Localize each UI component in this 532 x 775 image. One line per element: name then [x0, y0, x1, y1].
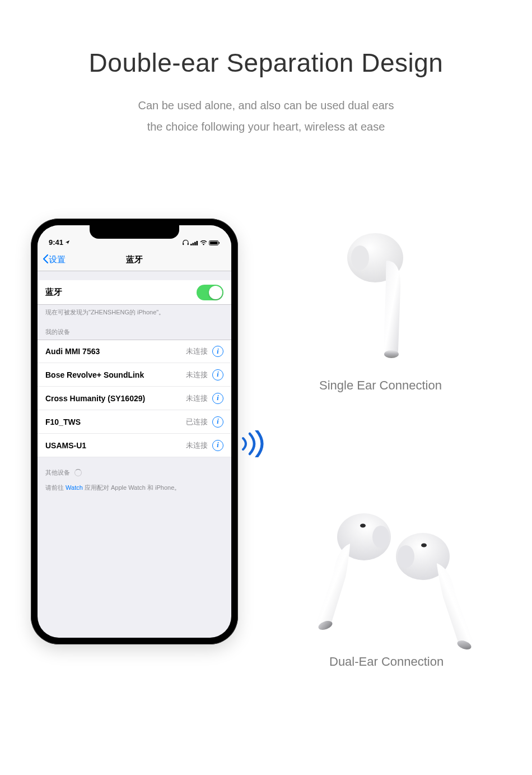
svg-point-14: [372, 526, 389, 548]
bluetooth-master-row[interactable]: 蓝牙: [38, 280, 231, 305]
hero-title: Double-ear Separation Design: [0, 48, 532, 78]
svg-rect-2: [190, 244, 192, 245]
chevron-left-icon: [42, 254, 49, 266]
device-status: 未连接: [186, 346, 208, 356]
info-icon[interactable]: i: [212, 346, 223, 357]
device-status: 未连接: [186, 370, 208, 380]
cellular-icon: [190, 240, 198, 247]
device-name: Cross Humanity (SY16029): [45, 394, 145, 403]
svg-rect-5: [197, 241, 198, 245]
svg-rect-9: [219, 242, 220, 244]
svg-point-19: [421, 544, 427, 547]
device-list: Audi MMI 7563未连接iBose Revolve+ SoundLink…: [38, 340, 231, 457]
nav-bar: 设置 蓝牙: [38, 249, 231, 271]
dual-earbud-right-illustration: [389, 530, 484, 661]
svg-rect-8: [210, 241, 218, 244]
phone-notch: [90, 225, 179, 239]
device-row[interactable]: Cross Humanity (SY16029)未连接i: [38, 387, 231, 410]
spinner-icon: [74, 469, 82, 476]
headphones-icon: [183, 240, 189, 247]
back-button[interactable]: 设置: [38, 254, 66, 266]
svg-rect-4: [194, 242, 196, 245]
watch-link[interactable]: Watch: [66, 484, 83, 491]
device-row[interactable]: USAMS-U1未连接i: [38, 434, 231, 457]
device-status: 未连接: [186, 393, 208, 403]
nav-title: 蓝牙: [38, 254, 231, 265]
info-icon[interactable]: i: [212, 440, 223, 451]
phone-mockup: 9:41: [31, 219, 238, 644]
phone-screen: 9:41: [38, 225, 231, 638]
device-status: 已连接: [186, 417, 208, 427]
back-label: 设置: [49, 254, 66, 265]
device-name: Bose Revolve+ SoundLink: [45, 370, 144, 379]
device-name: F10_TWS: [45, 417, 81, 426]
wifi-icon: [200, 240, 207, 247]
hero-sub-line1: Can be used alone, and also can be used …: [138, 99, 394, 112]
single-earbud-illustration: [344, 230, 423, 369]
bluetooth-toggle[interactable]: [197, 285, 223, 300]
info-icon[interactable]: i: [212, 416, 223, 428]
svg-point-15: [360, 524, 366, 528]
dual-earbud-left-illustration: [305, 510, 395, 641]
device-row[interactable]: Audi MMI 7563未连接i: [38, 340, 231, 363]
svg-rect-1: [188, 243, 189, 245]
svg-rect-3: [193, 243, 194, 245]
svg-point-12: [384, 350, 399, 358]
info-icon[interactable]: i: [212, 393, 223, 404]
device-row[interactable]: F10_TWS已连接i: [38, 410, 231, 434]
single-ear-caption: Single Ear Connection: [319, 378, 442, 393]
discoverable-note: 现在可被发现为"ZHENSHENG的 iPhone"。: [38, 305, 231, 320]
watch-note: 请前往 Watch 应用配对 Apple Watch 和 iPhone。: [38, 480, 231, 495]
dual-ear-caption: Dual-Ear Connection: [329, 655, 444, 669]
svg-rect-0: [183, 243, 184, 245]
svg-point-11: [351, 245, 369, 270]
svg-point-6: [203, 244, 204, 245]
device-name: USAMS-U1: [45, 441, 86, 450]
device-row[interactable]: Bose Revolve+ SoundLink未连接i: [38, 363, 231, 387]
info-icon[interactable]: i: [212, 369, 223, 380]
my-devices-header: 我的设备: [38, 320, 231, 340]
battery-icon: [209, 240, 220, 247]
svg-point-18: [398, 545, 414, 568]
device-status: 未连接: [186, 440, 208, 451]
signal-wave-icon: [240, 430, 264, 457]
bluetooth-label: 蓝牙: [45, 287, 62, 298]
device-name: Audi MMI 7563: [45, 347, 100, 356]
hero-sub-line2: the choice following your heart, wireles…: [147, 120, 385, 133]
other-devices-header: 其他设备: [38, 457, 231, 480]
location-icon: [65, 238, 70, 247]
status-time: 9:41: [49, 238, 63, 247]
hero-subtitle: Can be used alone, and also can be used …: [0, 95, 532, 137]
other-devices-label: 其他设备: [45, 468, 70, 477]
